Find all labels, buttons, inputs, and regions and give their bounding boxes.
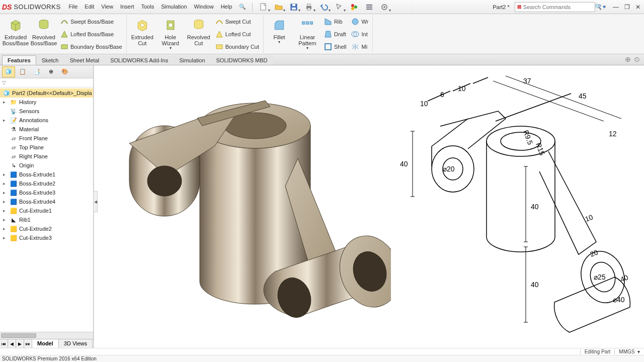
undo-button[interactable]: ▾ xyxy=(318,2,330,13)
menu-window[interactable]: Window xyxy=(191,2,217,12)
lofted-boss-button[interactable]: Lofted Boss/Base xyxy=(58,28,124,40)
menu-simulation[interactable]: Simulation xyxy=(158,2,190,12)
status-units[interactable]: MMGS ▾ xyxy=(614,349,644,354)
panel-tab-propertymanager[interactable]: 📋 xyxy=(16,66,29,77)
tree-node-sensors[interactable]: 📡 Sensors xyxy=(0,107,93,116)
ribbon-tab-strip: Features Sketch Sheet Metal SOLIDWORKS A… xyxy=(0,54,644,65)
open-button[interactable]: ▾ xyxy=(273,2,285,13)
tree-node-origin[interactable]: ↳ Origin xyxy=(0,161,93,170)
svg-rect-2 xyxy=(292,4,295,6)
minimize-button[interactable]: — xyxy=(612,3,620,11)
intersect-button[interactable]: Int xyxy=(349,28,370,40)
menu-view[interactable]: View xyxy=(98,2,116,12)
options-button[interactable] xyxy=(363,2,375,13)
boundary-boss-button[interactable]: Boundary Boss/Base xyxy=(58,41,124,53)
menu-help[interactable]: Help xyxy=(218,2,235,12)
swept-cut-button[interactable]: Swept Cut xyxy=(213,16,261,28)
tree-node-front-plane[interactable]: ▱ Front Plane xyxy=(0,134,93,143)
tree-filter-row[interactable]: ▽ xyxy=(0,78,93,87)
shell-button[interactable]: Shell xyxy=(322,41,348,53)
graphics-viewport[interactable]: ◀ xyxy=(94,65,644,348)
menu-search-icon[interactable]: 🔍 xyxy=(236,2,249,12)
tree-node-top-plane[interactable]: ▱ Top Plane xyxy=(0,143,93,152)
tab-last[interactable]: ⏭ xyxy=(24,339,32,348)
label: Draft xyxy=(334,31,346,37)
tab-simulation[interactable]: Simulation xyxy=(174,55,210,65)
tree-node-label: Boss-Extrude3 xyxy=(19,190,55,196)
tree-node-history[interactable]: ▸ 📁 History xyxy=(0,98,93,107)
app-logo: DS SOLIDWORKS xyxy=(2,3,61,11)
rib-button[interactable]: Rib xyxy=(322,16,348,28)
help-button[interactable]: ? ▾ xyxy=(598,4,606,10)
menu-insert[interactable]: Insert xyxy=(117,2,137,12)
svg-point-17 xyxy=(140,24,144,27)
revolved-cut-button[interactable]: RevolvedCut xyxy=(185,15,212,53)
tab-sketch[interactable]: Sketch xyxy=(36,55,64,65)
caret-icon: ▸ xyxy=(3,172,8,177)
tree-root[interactable]: 🧊 Part2 (Default<<Default>_Displa xyxy=(0,88,93,98)
tree-node-cut-extrude2[interactable]: ▸ 🟨 Cut-Extrude2 xyxy=(0,224,93,233)
menu-edit[interactable]: Edit xyxy=(82,2,97,12)
settings-button[interactable]: ▾ xyxy=(378,2,390,13)
tree-node-material-not-specified-[interactable]: ⚗ Material xyxy=(0,125,93,134)
svg-text:10: 10 xyxy=(420,100,428,108)
panel-tab-display[interactable]: 🎨 xyxy=(58,66,71,77)
panel-tab-configmanager[interactable]: 📑 xyxy=(30,66,43,77)
tree-node-boss-extrude3[interactable]: ▸ 🟦 Boss-Extrude3 xyxy=(0,188,93,197)
menu-file[interactable]: File xyxy=(66,2,81,12)
lofted-cut-button[interactable]: Lofted Cut xyxy=(213,28,261,40)
boundary-cut-button[interactable]: Boundary Cut xyxy=(213,41,261,53)
label: Cut xyxy=(194,40,203,46)
revolved-boss-button[interactable]: RevolvedBoss/Base xyxy=(30,15,57,53)
close-button[interactable]: ✕ xyxy=(634,3,642,11)
save-button[interactable]: ▾ xyxy=(288,2,300,13)
scroll-thumb[interactable] xyxy=(1,333,36,338)
draft-button[interactable]: Draft xyxy=(322,28,348,40)
tab-addins[interactable]: SOLIDWORKS Add-Ins xyxy=(105,55,174,65)
wrap-button[interactable]: Wr xyxy=(349,16,370,28)
tab-sheetmetal[interactable]: Sheet Metal xyxy=(64,55,105,65)
hole-wizard-button[interactable]: HoleWizard▾ xyxy=(157,15,184,53)
tree-node-boss-extrude2[interactable]: ▸ 🟦 Boss-Extrude2 xyxy=(0,179,93,188)
zoom-fit-icon[interactable]: ⊕ xyxy=(625,55,631,63)
tab-model[interactable]: Model xyxy=(32,339,59,348)
select-button[interactable]: ▾ xyxy=(333,2,345,13)
menu-tools[interactable]: Tools xyxy=(138,2,157,12)
new-button[interactable]: ▾ xyxy=(258,2,270,13)
tab-3dviews[interactable]: 3D Views xyxy=(59,339,93,348)
svg-point-8 xyxy=(351,7,354,10)
tab-next[interactable]: ▶ xyxy=(16,339,24,348)
tab-first[interactable]: ⏮ xyxy=(0,339,8,348)
tree-node-annotations[interactable]: ▸ 📝 Annotations xyxy=(0,116,93,125)
extruded-boss-button[interactable]: ExtrudedBoss/Base xyxy=(2,15,29,53)
search-input[interactable] xyxy=(523,4,593,10)
tree-node-right-plane[interactable]: ▱ Right Plane xyxy=(0,152,93,161)
view-zoom-icons: ⊕ ⊙ xyxy=(625,55,640,63)
tab-mbd[interactable]: SOLIDWORKS MBD xyxy=(211,55,273,65)
zoom-area-icon[interactable]: ⊙ xyxy=(634,55,640,63)
panel-tab-featuremanager[interactable]: 🧊 xyxy=(2,66,15,77)
tree-node-boss-extrude4[interactable]: ▸ 🟦 Boss-Extrude4 xyxy=(0,197,93,206)
linear-pattern-button[interactable]: LinearPattern▾ xyxy=(294,15,321,53)
extruded-cut-button[interactable]: ExtrudedCut xyxy=(129,15,156,53)
print-button[interactable]: ▾ xyxy=(303,2,315,13)
quick-access-toolbar: ▾ ▾ ▾ ▾ ▾ ▾ ▾ xyxy=(258,2,390,13)
fillet-button[interactable]: Fillet▾ xyxy=(266,15,293,53)
tab-features[interactable]: Features xyxy=(2,55,36,65)
mirror-button[interactable]: Mi xyxy=(349,41,370,53)
panel-collapse-handle[interactable]: ◀ xyxy=(94,191,98,212)
search-commands[interactable]: ⊠ 🔍 ▾ xyxy=(515,2,595,12)
restore-button[interactable]: ❐ xyxy=(623,3,631,11)
tree-node-rib1[interactable]: ▸ ◣ Rib1 xyxy=(0,215,93,224)
feature-tree[interactable]: 🧊 Part2 (Default<<Default>_Displa ▸ 📁 Hi… xyxy=(0,87,93,332)
swept-boss-button[interactable]: Swept Boss/Base xyxy=(58,16,124,28)
rebuild-button[interactable] xyxy=(348,2,360,13)
tree-node-boss-extrude1[interactable]: ▸ 🟦 Boss-Extrude1 xyxy=(0,170,93,179)
tree-node-cut-extrude1[interactable]: ▸ 🟨 Cut-Extrude1 xyxy=(0,206,93,215)
tree-node-cut-extrude3[interactable]: ▸ 🟨 Cut-Extrude3 xyxy=(0,233,93,242)
svg-point-19 xyxy=(168,23,173,28)
tab-prev[interactable]: ◀ xyxy=(8,339,16,348)
panel-tab-dimxpert[interactable]: ⊕ xyxy=(44,66,57,77)
document-title: Part2 * xyxy=(493,4,510,10)
tree-hscrollbar[interactable] xyxy=(0,332,93,339)
